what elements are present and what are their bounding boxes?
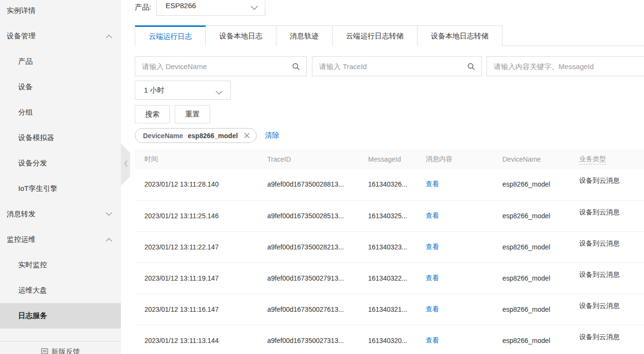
sidebar-item-label: 分组 [18, 108, 33, 117]
sidebar-item-label: 产品 [18, 57, 33, 66]
view-message-link[interactable]: 查看 [426, 336, 439, 344]
tab-label: 消息轨迹 [290, 32, 319, 41]
column-header-time: 时间 [135, 149, 258, 169]
tab-label: 设备本地日志 [219, 32, 262, 41]
tab-device-local-log[interactable]: 设备本地日志 [206, 25, 276, 46]
cell-content: 查看 [416, 200, 493, 231]
time-range-value: 1 小时 [144, 86, 165, 95]
cell-time: 2023/01/12 13:11:19.147 [135, 262, 258, 294]
feedback-icon [41, 347, 48, 354]
tab-cloud-run-log-dump[interactable]: 云端运行日志转储 [333, 25, 417, 46]
sidebar-item-realtime-monitoring[interactable]: 实时监控 [0, 252, 121, 278]
column-header-device-name: DeviceName [493, 149, 570, 169]
tab-label: 设备本地日志转储 [431, 32, 489, 41]
view-message-link[interactable]: 查看 [426, 305, 439, 313]
close-icon[interactable] [244, 132, 250, 139]
reset-button[interactable]: 重置 [175, 105, 210, 123]
sidebar-collapse-handle[interactable] [121, 143, 130, 186]
cell-device-name: esp8266_model [493, 200, 570, 231]
search-icon[interactable] [292, 63, 300, 72]
trace-id-input[interactable] [312, 57, 481, 76]
tab-device-local-log-dump[interactable]: 设备本地日志转储 [417, 25, 502, 46]
sidebar-item-label: 设备管理 [7, 32, 36, 41]
cell-business-type: 设备到云消息 [570, 325, 644, 354]
sidebar-item-device-simulator[interactable]: 设备模拟器 [0, 125, 121, 151]
view-message-link[interactable]: 查看 [426, 180, 439, 188]
tab-label: 云端运行日志转储 [346, 32, 404, 41]
chevron-down-icon [106, 212, 112, 216]
chevron-left-icon [123, 160, 129, 169]
cell-device-name: esp8266_model [493, 231, 570, 262]
table-row: 2023/01/12 13:11:16.147 a9fef00d16735002… [135, 294, 644, 325]
view-message-link[interactable]: 查看 [426, 274, 439, 282]
sidebar-item-label: 消息转发 [7, 210, 36, 219]
table-row: 2023/01/12 13:11:25.146 a9fef00d16735002… [135, 200, 644, 231]
sidebar-item-label: 设备 [18, 83, 33, 92]
sidebar-item-log-service[interactable]: 日志服务 [0, 303, 121, 329]
cell-message-id: 161340322... [358, 262, 416, 294]
search-icon[interactable] [467, 63, 475, 72]
column-header-trace-id: TraceID [258, 149, 358, 169]
cell-trace-id: a9fef00d167350028513... [258, 200, 358, 231]
column-header-business-type: 业务类型 [570, 149, 644, 169]
view-message-link[interactable]: 查看 [426, 212, 439, 219]
sidebar-item-label: 实时监控 [18, 260, 47, 270]
cell-content: 查看 [416, 169, 493, 200]
chevron-down-icon [215, 88, 223, 96]
sidebar-item-instance-details[interactable]: 实例详情 [0, 0, 121, 24]
sidebar-item-products[interactable]: 产品 [0, 49, 121, 74]
table-row: 2023/01/12 13:11:28.140 a9fef00d16735002… [135, 169, 644, 200]
cell-trace-id: a9fef00d167350027613... [258, 294, 358, 325]
keyword-search-box [487, 56, 644, 76]
sidebar-item-message-forwarding[interactable]: 消息转发 [0, 201, 121, 227]
sidebar-item-label: 监控运维 [7, 235, 36, 244]
clear-filters-link[interactable]: 清除 [265, 131, 279, 140]
cell-trace-id: a9fef00d167350027313... [258, 325, 358, 354]
feedback-label: 新版反馈 [51, 347, 80, 354]
cell-business-type: 设备到云消息 [570, 169, 644, 200]
log-tabs: 云端运行日志 设备本地日志 消息轨迹 云端运行日志转储 设备本地日志转储 [135, 25, 644, 46]
cell-content: 查看 [416, 231, 493, 262]
table-row: 2023/01/12 13:11:13.144 a9fef00d16735002… [135, 325, 644, 354]
sidebar-item-iot-twin-engine[interactable]: IoT孪生引擎 [0, 176, 121, 201]
device-name-search-box [135, 56, 307, 76]
cell-message-id: 161340323... [358, 231, 416, 262]
cell-trace-id: a9fef00d167350028813... [258, 169, 358, 200]
active-filter-tag: DeviceName esp8266_model [135, 128, 257, 143]
sidebar-item-label: 日志服务 [18, 311, 47, 320]
product-select[interactable]: ESP8266 [156, 0, 265, 16]
cell-content: 查看 [416, 262, 493, 294]
search-button[interactable]: 搜索 [135, 105, 170, 123]
feedback-button[interactable]: 新版反馈 [0, 347, 121, 354]
cell-time: 2023/01/12 13:11:25.146 [135, 200, 258, 231]
log-table: 时间 TraceID MessageId 消息内容 DeviceName 业务类… [135, 149, 644, 354]
sidebar-item-device-management[interactable]: 设备管理 [0, 24, 121, 49]
view-message-link[interactable]: 查看 [426, 243, 439, 250]
cell-business-type: 设备到云消息 [570, 200, 644, 231]
time-range-select[interactable]: 1 小时 [135, 81, 231, 100]
cell-message-id: 161340320... [358, 325, 416, 354]
column-header-message-id: MessageId [358, 149, 416, 169]
sidebar-item-groups[interactable]: 分组 [0, 100, 121, 125]
tab-message-trace[interactable]: 消息轨迹 [276, 25, 333, 46]
cell-message-id: 161340325... [358, 200, 416, 231]
iot-console-page: 实例详情 设备管理 产品 设备 分组 设备模拟器 设备分发 [0, 0, 644, 354]
cell-business-type: 设备到云消息 [570, 294, 644, 325]
sidebar-item-label: 设备模拟器 [18, 133, 54, 142]
cell-time: 2023/01/12 13:11:28.140 [135, 169, 258, 200]
sidebar-item-ops-dashboard[interactable]: 运维大盘 [0, 278, 121, 303]
sidebar-item-devices[interactable]: 设备 [0, 74, 121, 100]
sidebar-item-label: 实例详情 [7, 6, 36, 15]
keyword-input[interactable] [487, 57, 644, 76]
sidebar-item-device-distribution[interactable]: 设备分发 [0, 151, 121, 176]
table-header-row: 时间 TraceID MessageId 消息内容 DeviceName 业务类… [135, 149, 644, 169]
main-content: 产品: ESP8266 云端运行日志 设备本地日志 消息轨迹 云端运行日志转储 … [135, 0, 644, 354]
device-name-input[interactable] [135, 57, 306, 76]
cell-time: 2023/01/12 13:11:13.144 [135, 325, 258, 354]
sidebar-item-monitoring-ops[interactable]: 监控运维 [0, 227, 121, 252]
cell-business-type: 设备到云消息 [570, 262, 644, 294]
product-label: 产品: [135, 3, 151, 12]
sidebar-item-label: 运维大盘 [18, 286, 47, 295]
column-header-content: 消息内容 [416, 149, 493, 169]
tab-cloud-run-log[interactable]: 云端运行日志 [135, 25, 206, 47]
